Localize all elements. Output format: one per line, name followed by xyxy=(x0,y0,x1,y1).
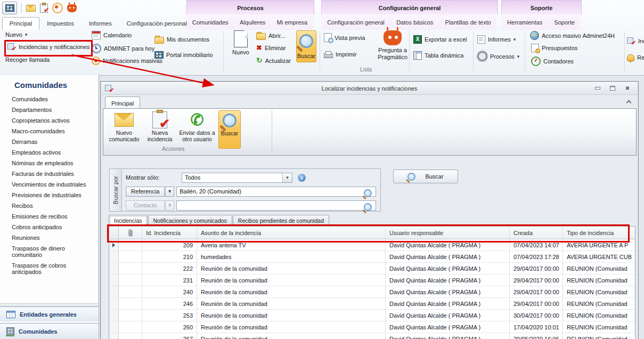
vista-previa-button[interactable]: Vista previa xyxy=(324,33,365,42)
robot-icon[interactable] xyxy=(67,4,77,12)
sidebar-item[interactable]: Macro-comunidades xyxy=(0,126,99,136)
broadcast-icon[interactable] xyxy=(52,3,63,13)
sidebar-item[interactable]: Traspasos de dinero comunitario xyxy=(0,243,99,260)
incidencias-notificaciones-button[interactable]: Incidencias y notificaciones xyxy=(7,43,89,51)
contacto-dropdown-button[interactable]: ▼ xyxy=(165,200,174,211)
table-row[interactable]: 209Averia antena TVDavid Quintas Alcalde… xyxy=(109,239,635,251)
sidebar-item[interactable]: Copropietarios activos xyxy=(0,115,99,126)
table-row[interactable]: 246Reunión de la comunidadDavid Quintas … xyxy=(109,298,635,310)
close-button[interactable]: ✖ xyxy=(622,84,633,92)
row-selector[interactable] xyxy=(109,251,119,262)
tab-informes[interactable]: Informes xyxy=(81,17,119,30)
sidebar-item[interactable]: Traspasos de cobros anticipados xyxy=(0,260,99,277)
collapse-ribbon-icon[interactable] xyxy=(626,100,631,104)
sidebar-item[interactable]: Derramas xyxy=(0,136,99,147)
row-selector[interactable] xyxy=(109,333,119,339)
tab-comunidades[interactable]: Comunidades xyxy=(189,17,232,28)
search-icon[interactable] xyxy=(364,203,372,211)
minimize-button[interactable] xyxy=(592,84,604,92)
table-row[interactable]: 253Reunión de la comunidadDavid Quintas … xyxy=(109,310,635,321)
informes-menu-button[interactable]: Informes▾ xyxy=(477,35,516,44)
actualizar-button[interactable]: ↻Actualizar xyxy=(256,57,291,64)
sidebar-item[interactable]: Previsiones de industriales xyxy=(0,190,99,200)
tab-herramientas[interactable]: Herramientas xyxy=(504,17,545,28)
row-selector[interactable] xyxy=(109,263,119,274)
sidebar-item[interactable]: Vencimientos de industriales xyxy=(0,179,99,190)
sidebar-item[interactable]: Cobros anticipados xyxy=(0,222,99,232)
tab-incidencias[interactable]: Incidencias xyxy=(109,215,148,227)
row-selector[interactable] xyxy=(109,310,119,321)
tab-mi-empresa[interactable]: Mi empresa xyxy=(274,17,311,28)
table-row[interactable]: 267Reunión de la comunidadDavid Quintas … xyxy=(109,333,635,339)
tab-plantillas-texto[interactable]: Plantillas de texto xyxy=(442,17,494,28)
contadores-button[interactable]: Contadores xyxy=(531,57,574,66)
referencia-dropdown-button[interactable]: ▼ xyxy=(165,187,174,197)
table-row[interactable]: 231Reunión de la comunidadDavid Quintas … xyxy=(109,275,635,286)
col-usuario[interactable]: Usuario responsable xyxy=(386,227,510,239)
tabla-dinamica-button[interactable]: Tabla dinámica xyxy=(413,51,463,60)
col-tipo[interactable]: Tipo de incidencia xyxy=(563,227,635,239)
table-row[interactable]: 240Reunión de la comunidadDavid Quintas … xyxy=(109,286,635,298)
row-selector[interactable] xyxy=(109,321,119,333)
recoger-llamada-button[interactable]: Recoger llamada xyxy=(5,57,50,63)
tab-alquileres[interactable]: Alquileres xyxy=(237,17,268,28)
tab-impuestos[interactable]: Impuestos xyxy=(39,17,81,30)
procesos-menu-button[interactable]: Procesos▾ xyxy=(477,51,519,61)
mis-documentos-button[interactable]: Mis documentos xyxy=(154,35,209,44)
tab-recibos-pendientes[interactable]: Recibos pendientes de comunidad xyxy=(233,215,329,227)
buscar-button[interactable]: Buscar xyxy=(296,30,316,62)
tab-notificaciones-comunicados[interactable]: Notificaciones y comunicados xyxy=(148,215,232,227)
tab-soporte[interactable]: Soporte xyxy=(551,17,578,28)
acceso-masivo-button[interactable]: Acceso masivo Adminet24H xyxy=(530,31,615,40)
row-selector[interactable] xyxy=(109,239,119,251)
revisiones-cut-button[interactable]: Rev xyxy=(627,53,644,61)
tab-configuracion-general[interactable]: Configuración general xyxy=(324,17,388,28)
exportar-excel-button[interactable]: XExportar a excel xyxy=(413,35,467,44)
contacto-input[interactable] xyxy=(176,200,376,211)
table-row[interactable]: 210humedadesDavid Quintas Alcalde ( PRAG… xyxy=(109,251,635,263)
sidebar-item[interactable]: Comunidades xyxy=(0,94,99,104)
notificaciones-masivas-button[interactable]: Notificaciones masivas xyxy=(92,57,162,65)
nuevo-menu-button[interactable]: Nuevo▾ xyxy=(5,31,27,38)
buscar-por-tab[interactable]: Buscar por xyxy=(110,169,122,211)
dialog-buscar-button[interactable]: Buscar xyxy=(218,110,241,149)
presupuestos-button[interactable]: Presupuestos xyxy=(531,44,577,52)
abrir-button[interactable]: Abrir... xyxy=(256,31,286,40)
table-row[interactable]: 260Reunión de la comunidadDavid Quintas … xyxy=(109,321,635,333)
sidebar-item[interactable]: Facturas de industriales xyxy=(0,168,99,179)
dialog-tab-principal[interactable]: Principal xyxy=(105,96,140,109)
tab-configuracion-personal[interactable]: Configuración personal xyxy=(119,17,194,30)
col-creada[interactable]: Creada xyxy=(510,227,563,239)
tab-principal[interactable]: Principal xyxy=(2,17,39,30)
sidebar-item[interactable]: Departamentos xyxy=(0,104,99,115)
row-selector[interactable] xyxy=(109,286,119,297)
referencia-input[interactable]: Bailén, 20 (Comunidad) xyxy=(176,187,376,197)
mail-icon[interactable] xyxy=(26,5,36,12)
portal-inmobiliario-button[interactable]: Portal inmobiliario xyxy=(154,51,213,59)
dialog-titlebar[interactable]: Localizar incidencias y notificaciones ✖ xyxy=(101,82,638,95)
nav-entidades-generales[interactable]: Entidades generales xyxy=(0,306,98,321)
referencia-button[interactable]: Referencia xyxy=(126,187,165,197)
restore-button[interactable] xyxy=(607,84,618,92)
sidebar-item[interactable]: Emisiones de recibos xyxy=(0,211,99,222)
app-menu-button[interactable] xyxy=(2,2,17,14)
nueva-incidencia-button[interactable]: Nueva incidencia xyxy=(144,110,176,142)
row-selector[interactable] xyxy=(109,275,119,286)
tab-datos-basicos[interactable]: Datos básicos xyxy=(393,17,436,28)
sidebar-item[interactable]: Reuniones xyxy=(0,232,99,243)
mostrar-solo-select[interactable]: Todos ▼ xyxy=(182,173,292,183)
incidencias-cut-button[interactable]: Inci xyxy=(627,37,644,45)
search-icon[interactable] xyxy=(364,189,372,197)
col-asunto[interactable]: Asunto de la incidencia xyxy=(197,227,386,239)
calendario-button[interactable]: Calendario xyxy=(92,31,132,39)
sidebar-item[interactable]: Recibos xyxy=(0,200,99,211)
pregunta-pragmatico-button[interactable]: Pregunta a Pragmático xyxy=(373,30,412,63)
eliminar-button[interactable]: ✖Eliminar xyxy=(256,44,286,51)
nuevo-comunicado-button[interactable]: Nuevo comunicado xyxy=(107,110,142,142)
info-icon[interactable]: i xyxy=(298,174,306,182)
enviar-datos-button[interactable]: ✆ Enviar datos a otro usuario xyxy=(177,110,217,142)
sidebar-item[interactable]: Empleados activos xyxy=(0,147,99,158)
row-selector[interactable] xyxy=(109,298,119,309)
search-submit-button[interactable]: Buscar xyxy=(393,170,458,183)
attachment-column-header[interactable] xyxy=(119,227,142,239)
